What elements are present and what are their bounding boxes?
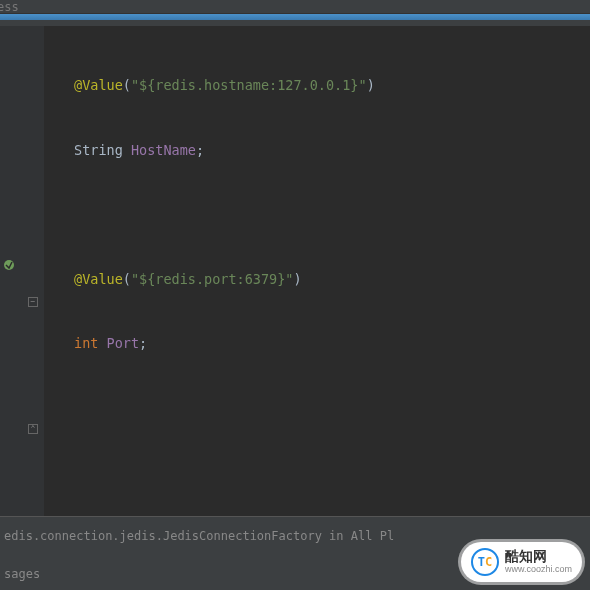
code-line xyxy=(44,204,590,226)
watermark-url: www.coozhi.com xyxy=(505,565,572,575)
breadcrumb-fragment: ess xyxy=(0,0,19,14)
usage-result-text: edis.connection.jedis.JedisConnectionFac… xyxy=(4,529,586,543)
code-line: String HostName; xyxy=(44,140,590,162)
code-line xyxy=(44,398,590,420)
gutter[interactable]: − ⌃ xyxy=(0,26,44,516)
editor[interactable]: − ⌃ @Value("${redis.hostname:127.0.0.1}"… xyxy=(0,26,590,516)
fold-end-icon[interactable]: ⌃ xyxy=(28,424,38,434)
watermark-logo-icon: TC xyxy=(471,548,499,576)
find-usages-panel[interactable]: edis.connection.jedis.JedisConnectionFac… xyxy=(0,516,590,590)
title-bar: ess xyxy=(0,0,590,14)
override-icon[interactable] xyxy=(2,258,16,275)
fold-icon[interactable]: − xyxy=(28,297,38,307)
code-line: int Port; xyxy=(44,333,590,355)
code-line: @Value("${redis.hostname:127.0.0.1}") xyxy=(44,75,590,97)
code-line xyxy=(44,462,590,484)
watermark-title: 酷知网 xyxy=(505,549,572,564)
code-line: @Value("${redis.port:6379}") xyxy=(44,269,590,291)
watermark-badge: TC 酷知网 www.coozhi.com xyxy=(461,542,582,582)
code-area[interactable]: @Value("${redis.hostname:127.0.0.1}") St… xyxy=(44,26,590,516)
